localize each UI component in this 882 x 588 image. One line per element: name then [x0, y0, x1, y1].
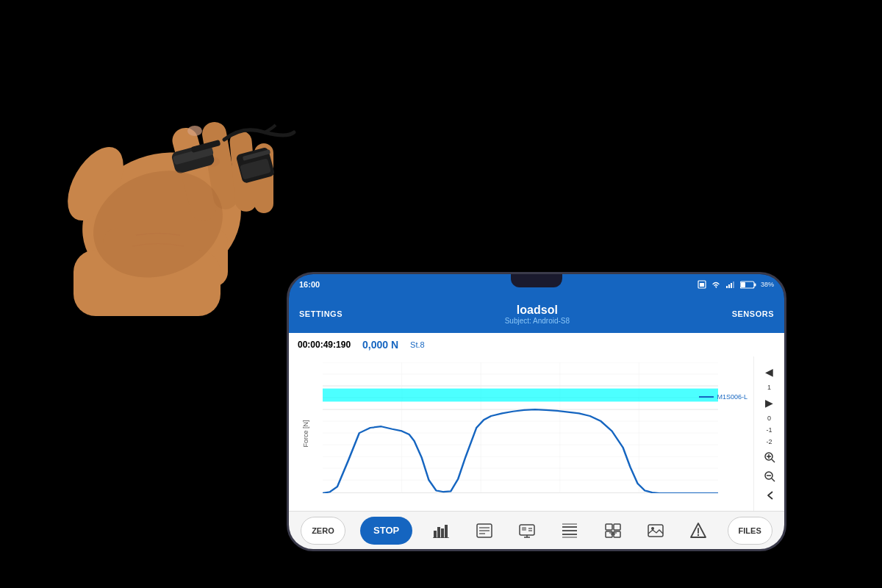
- layout-button[interactable]: [599, 517, 627, 545]
- bar-chart-icon: [433, 523, 449, 538]
- svg-rect-87: [606, 524, 612, 530]
- phone-device: 16:00: [287, 272, 786, 566]
- wifi-icon: [711, 281, 721, 288]
- image-button[interactable]: [642, 517, 670, 545]
- summary-icon: [476, 523, 492, 538]
- data-display-bar: 00:00:49:190 0,000 N St.8 M1S006-L: [289, 333, 784, 356]
- force-value: 0,000 N: [362, 339, 398, 351]
- chart-inner: Force [N]: [289, 356, 753, 511]
- svg-rect-21: [728, 284, 730, 288]
- bar-chart-button[interactable]: [427, 517, 455, 545]
- scale-n1: -1: [766, 426, 772, 434]
- svg-rect-19: [700, 283, 704, 287]
- zero-button[interactable]: ZERO: [301, 517, 345, 545]
- svg-rect-22: [731, 283, 732, 288]
- subject-label: Subject: Android-S8: [505, 317, 570, 325]
- list-icon: [562, 523, 578, 538]
- zoom-out-button[interactable]: [759, 469, 780, 484]
- phone-notch: [511, 274, 562, 287]
- battery-icon: [740, 281, 756, 289]
- svg-rect-68: [437, 527, 440, 538]
- svg-point-10: [187, 126, 202, 136]
- stop-button[interactable]: STOP: [360, 517, 412, 545]
- svg-rect-88: [614, 524, 620, 530]
- scale-n2: -2: [766, 438, 772, 445]
- settings-button[interactable]: SETTINGS: [299, 309, 343, 318]
- next-button[interactable]: ▶: [759, 395, 780, 410]
- scale-1: 1: [767, 384, 771, 391]
- collapse-button[interactable]: [759, 488, 780, 503]
- warning-icon: [690, 523, 706, 539]
- sensors-button[interactable]: SENSORS: [732, 309, 774, 318]
- svg-rect-43: [323, 389, 718, 402]
- battery-pct: 38%: [761, 281, 774, 288]
- legend-label: M1S006-L: [717, 393, 747, 401]
- warning-button[interactable]: [684, 517, 712, 545]
- list-button[interactable]: [556, 517, 584, 545]
- app-title: loadsol: [505, 304, 570, 317]
- svg-rect-26: [754, 283, 756, 286]
- display-icon: [519, 523, 535, 538]
- layout-icon: [605, 523, 621, 538]
- status-time: 16:00: [299, 280, 320, 289]
- sim-icon: [698, 280, 706, 289]
- svg-rect-20: [726, 286, 728, 288]
- chart-legend: M1S006-L: [699, 393, 747, 401]
- display-button[interactable]: [513, 517, 541, 545]
- y-axis-label: Force [N]: [302, 420, 309, 447]
- zoom-in-button[interactable]: [759, 450, 780, 465]
- svg-rect-79: [522, 527, 526, 531]
- signal-icon: [725, 281, 736, 288]
- app-header: SETTINGS loadsol Subject: Android-S8 SEN…: [289, 295, 784, 333]
- svg-rect-69: [441, 528, 444, 538]
- svg-rect-67: [434, 531, 437, 538]
- elapsed-time: 00:00:49:190: [298, 340, 351, 350]
- svg-line-63: [772, 459, 775, 462]
- summary-button[interactable]: [470, 517, 498, 545]
- force-chart: 150 135 120 105 90 75 60 45 30 15 0 00:0…: [323, 362, 718, 493]
- bottom-toolbar: ZERO STOP: [289, 511, 784, 549]
- prev-button[interactable]: ◀: [759, 365, 780, 379]
- image-icon: [648, 523, 664, 538]
- scale-0: 0: [767, 415, 771, 422]
- svg-rect-23: [733, 282, 734, 288]
- svg-point-97: [698, 534, 699, 535]
- svg-rect-93: [648, 525, 663, 537]
- svg-rect-25: [741, 282, 745, 287]
- header-title-area: loadsol Subject: Android-S8: [505, 304, 570, 325]
- svg-rect-70: [445, 525, 448, 538]
- station-label: St.8: [410, 340, 425, 349]
- chart-area: Force [N]: [289, 356, 753, 511]
- legend-line: [699, 396, 714, 398]
- svg-line-66: [772, 478, 775, 481]
- phone-screen: 16:00: [287, 272, 786, 551]
- files-button[interactable]: FILES: [728, 517, 772, 545]
- right-controls: ◀ 1 ▶ 0 -1 -2: [753, 356, 784, 511]
